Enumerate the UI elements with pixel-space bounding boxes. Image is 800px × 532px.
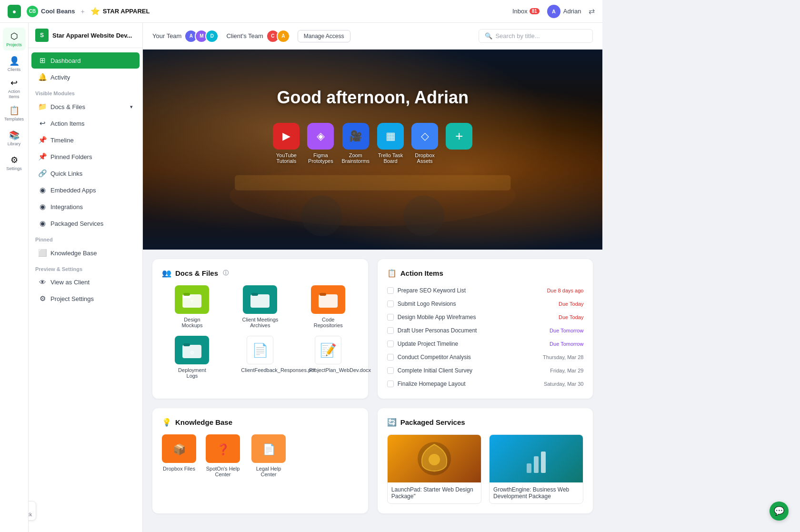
- nav-projects[interactable]: ⬡ Projects: [3, 28, 26, 50]
- checkbox[interactable]: [387, 327, 394, 334]
- hero-app-youtube[interactable]: ▶ YouTubeTutorials: [273, 123, 300, 164]
- doc-item-client-feedback[interactable]: 📄 ClientFeedback_Responses.pdf: [230, 336, 290, 379]
- sidebar-item-integrations[interactable]: ◉ Integrations: [31, 199, 140, 215]
- hero-app-add[interactable]: +: [446, 123, 472, 164]
- main-content: Your Team A M D Client's Team C A Manage…: [143, 23, 602, 532]
- doc-item-code-repos[interactable]: Code Repositories: [298, 285, 359, 328]
- sidebar-item-docs[interactable]: 📁 Docs & Files ▾: [31, 99, 140, 115]
- agency-logo[interactable]: CB Cool Beans: [27, 6, 75, 17]
- checkbox[interactable]: [387, 367, 394, 374]
- action-item[interactable]: Conduct Competitor Analysis Thursday, Ma…: [387, 352, 584, 362]
- sidebar-project[interactable]: S Star Apparel Website Dev...: [29, 23, 142, 48]
- svg-text:📦: 📦: [173, 443, 186, 456]
- svg-text:❓: ❓: [217, 443, 230, 456]
- action-item[interactable]: Update Project Timeline Due Tomorrow: [387, 339, 584, 349]
- action-item[interactable]: Design Mobile App Wireframes Due Today: [387, 312, 584, 322]
- dashboard-icon: ⊞: [38, 56, 47, 65]
- checkbox[interactable]: [387, 301, 394, 307]
- nav-settings[interactable]: ⚙ Settings: [3, 151, 26, 174]
- user-button[interactable]: A Adrian: [547, 5, 581, 18]
- doc-item-client-meetings[interactable]: Client Meetings Archives: [230, 285, 290, 328]
- nav-templates[interactable]: 📋 Templates: [3, 102, 26, 125]
- sidebar-item-label: Dashboard: [50, 57, 81, 64]
- ps-header: 🔄 Packaged Services: [387, 418, 584, 427]
- checkbox[interactable]: [387, 314, 394, 321]
- action-items-list: Prepare SEO Keyword List Due 8 days ago …: [387, 285, 584, 389]
- svg-point-19: [429, 454, 440, 465]
- checkbox[interactable]: [387, 287, 394, 294]
- dropbox-icon: ◇: [411, 123, 438, 150]
- packaged-services-card: 🔄 Packaged Services: [378, 408, 593, 513]
- nav-library[interactable]: 📚 Library: [3, 127, 26, 150]
- folder-icon: [311, 285, 345, 314]
- client-team-avatars: C A: [266, 30, 290, 43]
- sidebar-item-pinned-folders[interactable]: 📌 Pinned Folders: [31, 149, 140, 165]
- sidebar-item-packaged-services[interactable]: ◉ Packaged Services: [31, 215, 140, 231]
- settings-icon: ⚙: [10, 155, 18, 165]
- client-team-section: Client's Team C A: [226, 30, 290, 43]
- manage-access-button[interactable]: Manage Access: [298, 30, 350, 42]
- action-item[interactable]: Finalize Homepage Layout Saturday, Mar 3…: [387, 379, 584, 389]
- sidebar-item-dashboard[interactable]: ⊞ Dashboard: [31, 52, 140, 69]
- clients-icon: 👤: [9, 56, 20, 66]
- checkbox[interactable]: [387, 341, 394, 347]
- svg-rect-6: [183, 293, 190, 296]
- hero-app-zoom[interactable]: 🎥 ZoomBrainstorms: [341, 123, 370, 164]
- kb-folder-icon: ❓: [206, 434, 240, 463]
- integrations-icon: ◉: [38, 202, 47, 211]
- hero-app-trello[interactable]: ▦ Trello TaskBoard: [377, 123, 404, 164]
- checkbox[interactable]: [387, 354, 394, 361]
- nav-clients[interactable]: 👤 Clients: [3, 52, 26, 75]
- ps-grid: LaunchPad: Starter Web Design Package": [387, 434, 584, 504]
- doc-item-deployment-logs[interactable]: ⚙ Deployment Logs: [162, 336, 222, 379]
- due-label: Saturday, Mar 30: [544, 381, 584, 387]
- checkbox[interactable]: [387, 381, 394, 387]
- sidebar-item-view-as-client[interactable]: 👁 View as Client: [31, 274, 140, 290]
- sidebar-item-activity[interactable]: 🔔 Activity: [31, 69, 140, 85]
- action-items-header-icon: 📋: [387, 269, 397, 278]
- ps-item-growth[interactable]: GrowthEngine: Business Web Development P…: [489, 434, 583, 504]
- kb-item-legal[interactable]: 📄 Legal Help Center: [250, 434, 288, 477]
- docx-icon: 📝: [315, 336, 341, 364]
- sidebar-item-quick-links[interactable]: 🔗 Quick Links: [31, 165, 140, 181]
- project-settings-icon: ⚙: [38, 294, 47, 303]
- sidebar-item-timeline[interactable]: 📌 Timeline: [31, 132, 140, 148]
- your-team-label: Your Team: [152, 32, 181, 40]
- sidebar-item-knowledge-base[interactable]: ⬜ Knowledge Base: [31, 245, 140, 261]
- kb-item-dropbox[interactable]: 📦 Dropbox Files: [162, 434, 196, 477]
- inbox-button[interactable]: Inbox 81: [512, 8, 540, 15]
- sidebar-item-label: Knowledge Base: [50, 250, 97, 257]
- doc-item-project-plan[interactable]: 📝 ProjectPlan_WebDev.docx: [298, 336, 359, 379]
- client-logo[interactable]: ⭐ STAR APPAREL: [90, 7, 150, 16]
- sidebar-item-embedded-apps[interactable]: ◉ Embedded Apps: [31, 182, 140, 198]
- chat-button[interactable]: 💬: [770, 502, 789, 521]
- kb-header-icon: 💡: [162, 418, 171, 427]
- action-item[interactable]: Complete Initial Client Survey Friday, M…: [387, 365, 584, 376]
- search-icon: 🔍: [485, 32, 492, 40]
- pinned-folders-icon: 📌: [38, 152, 47, 161]
- folder-icon: +: [175, 285, 209, 314]
- hero-app-dropbox[interactable]: ◇ DropboxAssets: [411, 123, 438, 164]
- action-item[interactable]: Draft User Personas Document Due Tomorro…: [387, 325, 584, 336]
- hero-greeting: Good afternoon, Adrian: [277, 88, 469, 108]
- svg-rect-21: [534, 456, 539, 473]
- sidebar-item-action-items[interactable]: ↩ Action Items: [31, 115, 140, 131]
- doc-item-design-mockups[interactable]: + Design Mockups: [162, 285, 222, 328]
- due-label: Due Today: [559, 314, 583, 320]
- search-bar[interactable]: 🔍 Search by title...: [479, 29, 593, 43]
- app-logo[interactable]: ●: [8, 5, 21, 18]
- user-name: Adrian: [563, 8, 581, 15]
- hero-app-figma[interactable]: ◈ FigmaPrototypes: [307, 123, 334, 164]
- action-items-card: 📋 Action Items Prepare SEO Keyword List …: [378, 259, 593, 399]
- action-item[interactable]: Prepare SEO Keyword List Due 8 days ago: [387, 285, 584, 296]
- knowledge-base-card: 💡 Knowledge Base 📦: [152, 408, 368, 513]
- svg-rect-8: [250, 294, 270, 308]
- kb-item-spoton[interactable]: ❓ SpotOn's Help Center: [204, 434, 242, 477]
- action-item[interactable]: Submit Logo Revisions Due Today: [387, 299, 584, 309]
- sidebar-item-project-settings[interactable]: ⚙ Project Settings: [31, 291, 140, 307]
- ps-title: Packaged Services: [400, 418, 465, 426]
- nav-action-items[interactable]: ↩ Action Items: [3, 77, 26, 100]
- switch-icon[interactable]: ⇄: [589, 7, 595, 16]
- icon-nav: ⬡ Projects 👤 Clients ↩ Action Items 📋 Te…: [0, 23, 29, 532]
- ps-item-launchpad[interactable]: LaunchPad: Starter Web Design Package": [387, 434, 481, 504]
